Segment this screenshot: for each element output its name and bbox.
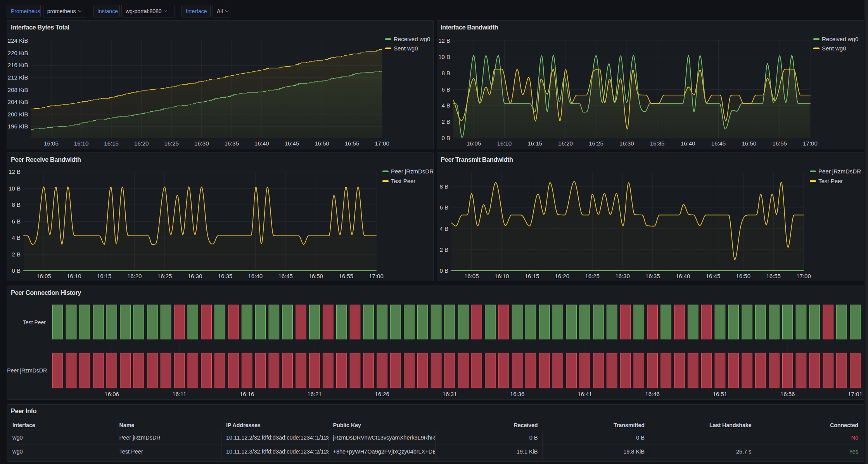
svg-text:12 B: 12 B <box>9 168 21 175</box>
svg-text:16:05: 16:05 <box>44 140 59 147</box>
svg-text:17:00: 17:00 <box>803 140 818 147</box>
svg-text:6 B: 6 B <box>441 86 450 93</box>
svg-text:10 B: 10 B <box>438 54 450 60</box>
svg-text:2 B: 2 B <box>439 246 448 253</box>
svg-text:16:26: 16:26 <box>375 391 389 397</box>
svg-text:Peer jRzmDsDR: Peer jRzmDsDR <box>818 168 861 175</box>
svg-text:16:30: 16:30 <box>188 273 202 279</box>
svg-text:16:15: 16:15 <box>104 140 119 147</box>
svg-text:16:25: 16:25 <box>164 140 179 147</box>
svg-text:16:51: 16:51 <box>713 391 728 397</box>
svg-text:16:35: 16:35 <box>645 273 660 279</box>
svg-text:16:45: 16:45 <box>706 273 721 279</box>
svg-text:16:46: 16:46 <box>645 391 660 397</box>
svg-text:16:50: 16:50 <box>315 140 329 147</box>
svg-text:17:01: 17:01 <box>848 391 863 397</box>
svg-text:16:20: 16:20 <box>558 140 573 147</box>
svg-text:16:40: 16:40 <box>248 273 263 279</box>
svg-text:2 B: 2 B <box>12 251 21 258</box>
svg-text:Peer Transmit Bandwidth: Peer Transmit Bandwidth <box>441 156 513 163</box>
svg-text:Interface Bytes Total: Interface Bytes Total <box>11 24 69 31</box>
svg-text:16:10: 16:10 <box>495 273 509 279</box>
svg-text:Peer jRzmDsDR: Peer jRzmDsDR <box>391 168 434 175</box>
svg-text:Sent wg0: Sent wg0 <box>394 45 418 52</box>
svg-text:16:21: 16:21 <box>307 391 322 397</box>
svg-text:0 B: 0 B <box>441 135 450 141</box>
svg-text:8 B: 8 B <box>12 201 21 208</box>
svg-text:16:40: 16:40 <box>681 140 695 147</box>
svg-text:16:15: 16:15 <box>97 273 112 279</box>
svg-text:16:25: 16:25 <box>157 273 172 279</box>
svg-text:17:00: 17:00 <box>375 140 389 147</box>
svg-text:16:50: 16:50 <box>736 273 751 279</box>
svg-text:Peer jRzmDsDR: Peer jRzmDsDR <box>7 367 47 374</box>
svg-text:8 B: 8 B <box>439 183 448 190</box>
svg-text:Received wg0: Received wg0 <box>822 36 858 42</box>
svg-text:Received wg0: Received wg0 <box>394 36 430 42</box>
svg-text:16:25: 16:25 <box>589 140 603 147</box>
svg-text:16:36: 16:36 <box>510 391 525 397</box>
svg-text:16:50: 16:50 <box>308 273 323 279</box>
svg-text:16:30: 16:30 <box>619 140 634 147</box>
svg-text:16:40: 16:40 <box>254 140 269 147</box>
svg-text:16:45: 16:45 <box>278 273 293 279</box>
svg-text:16:06: 16:06 <box>104 391 119 397</box>
svg-text:220 KiB: 220 KiB <box>8 50 28 56</box>
svg-text:16:40: 16:40 <box>676 273 690 279</box>
svg-text:196 KiB: 196 KiB <box>8 123 28 130</box>
svg-text:4 B: 4 B <box>441 102 450 109</box>
svg-text:16:15: 16:15 <box>525 273 539 279</box>
svg-text:6 B: 6 B <box>12 218 21 225</box>
svg-text:16:20: 16:20 <box>127 273 142 279</box>
svg-text:16:10: 16:10 <box>74 140 89 147</box>
svg-text:10 B: 10 B <box>9 185 21 192</box>
svg-text:6 B: 6 B <box>439 204 448 211</box>
svg-text:16:55: 16:55 <box>766 273 781 279</box>
svg-text:Test Peer: Test Peer <box>391 178 415 184</box>
svg-text:16:05: 16:05 <box>467 140 481 147</box>
svg-text:16:25: 16:25 <box>585 273 600 279</box>
svg-text:Peer Receive Bandwidth: Peer Receive Bandwidth <box>11 156 81 163</box>
svg-text:16:55: 16:55 <box>339 273 353 279</box>
svg-text:Test Peer: Test Peer <box>818 178 843 184</box>
svg-text:16:56: 16:56 <box>780 391 795 397</box>
svg-text:8 B: 8 B <box>441 70 450 76</box>
svg-text:212 KiB: 212 KiB <box>8 74 28 81</box>
svg-text:2 B: 2 B <box>441 118 450 125</box>
svg-text:12 B: 12 B <box>438 37 450 44</box>
svg-text:16:35: 16:35 <box>650 140 665 147</box>
svg-text:216 KiB: 216 KiB <box>8 62 28 68</box>
svg-text:0 B: 0 B <box>439 267 448 274</box>
svg-text:17:00: 17:00 <box>796 273 811 279</box>
svg-text:16:05: 16:05 <box>464 273 479 279</box>
svg-text:16:20: 16:20 <box>555 273 570 279</box>
svg-text:16:10: 16:10 <box>497 140 512 147</box>
svg-text:224 KiB: 224 KiB <box>8 37 28 44</box>
svg-text:0 B: 0 B <box>12 267 21 274</box>
svg-text:Interface Bandwidth: Interface Bandwidth <box>441 24 498 31</box>
svg-text:16:45: 16:45 <box>285 140 299 147</box>
svg-text:16:35: 16:35 <box>225 140 239 147</box>
svg-text:16:11: 16:11 <box>172 391 186 397</box>
svg-text:16:10: 16:10 <box>67 273 81 279</box>
svg-text:16:50: 16:50 <box>742 140 757 147</box>
svg-text:4 B: 4 B <box>12 234 21 241</box>
svg-text:16:55: 16:55 <box>345 140 360 147</box>
svg-text:208 KiB: 208 KiB <box>8 87 28 93</box>
svg-text:Sent wg0: Sent wg0 <box>822 45 846 52</box>
svg-text:16:35: 16:35 <box>218 273 233 279</box>
svg-text:16:45: 16:45 <box>711 140 726 147</box>
svg-text:Peer Connection History: Peer Connection History <box>11 289 81 296</box>
svg-text:200 KiB: 200 KiB <box>8 111 28 118</box>
svg-text:16:30: 16:30 <box>194 140 209 147</box>
svg-text:16:20: 16:20 <box>134 140 149 147</box>
svg-text:16:05: 16:05 <box>36 273 51 279</box>
svg-text:204 KiB: 204 KiB <box>8 99 28 105</box>
svg-text:16:55: 16:55 <box>772 140 787 147</box>
svg-text:Test Peer: Test Peer <box>23 319 46 325</box>
svg-text:16:41: 16:41 <box>578 391 592 397</box>
svg-text:16:31: 16:31 <box>443 391 457 397</box>
svg-text:16:15: 16:15 <box>527 140 542 147</box>
svg-text:4 B: 4 B <box>439 225 448 232</box>
svg-text:17:00: 17:00 <box>369 273 384 279</box>
